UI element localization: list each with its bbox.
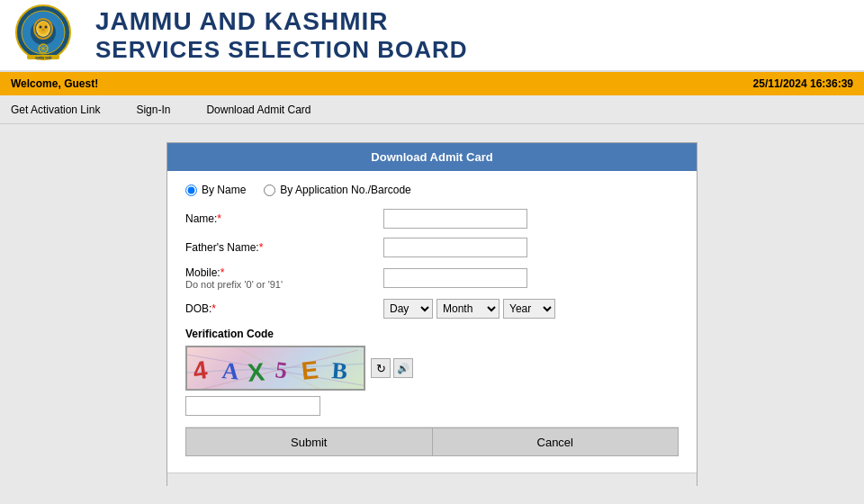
admit-card-form: Download Admit Card By Name By Applicati… <box>166 142 698 486</box>
refresh-icon: ↻ <box>376 362 386 375</box>
logo-container: सत्यमेव जयते <box>14 4 77 67</box>
father-name-input-container <box>383 238 679 257</box>
father-name-required: * <box>259 241 264 254</box>
datetime-display: 25/11/2024 16:36:39 <box>753 77 853 90</box>
radio-by-appno-label: By Application No./Barcode <box>280 184 410 196</box>
mobile-label: Mobile:* <box>185 266 383 279</box>
captcha-area: 4 A X 5 E B ↻ 🔊 <box>185 346 679 391</box>
welcome-text: Welcome, Guest! <box>11 77 98 90</box>
dob-required: * <box>212 302 216 315</box>
dob-field-row: DOB:* Day 12345 678910 1112131415 161718… <box>185 299 679 319</box>
svg-text:5: 5 <box>274 356 288 383</box>
father-name-input[interactable] <box>383 238 527 257</box>
svg-text:B: B <box>331 357 348 384</box>
form-buttons: Submit Cancel <box>185 427 679 456</box>
search-type-radios: By Name By Application No./Barcode <box>185 184 679 196</box>
svg-point-4 <box>38 22 49 34</box>
name-field-row: Name:* <box>185 209 679 229</box>
dob-label: DOB:* <box>185 302 383 315</box>
svg-text:E: E <box>300 356 320 385</box>
cancel-button[interactable]: Cancel <box>432 428 680 456</box>
name-input[interactable] <box>383 209 527 229</box>
mobile-sub-label: Do not prefix '0' or '91' <box>185 279 383 290</box>
svg-point-7 <box>45 26 48 29</box>
emblem-icon: सत्यमेव जयते <box>14 4 73 62</box>
welcome-bar: Welcome, Guest! 25/11/2024 16:36:39 <box>0 72 864 95</box>
form-bottom-strip <box>167 472 697 489</box>
captcha-input[interactable] <box>185 396 320 416</box>
father-name-field-row: Father's Name:* <box>185 238 679 257</box>
captcha-icons: ↻ 🔊 <box>371 358 413 378</box>
name-input-container <box>383 209 679 229</box>
svg-text:X: X <box>247 357 266 387</box>
father-name-label: Father's Name:* <box>185 241 383 254</box>
radio-by-name[interactable] <box>185 184 197 196</box>
name-required: * <box>217 212 221 225</box>
title-line2: SERVICES SELECTION BOARD <box>95 36 468 64</box>
page-header: सत्यमेव जयते JAMMU AND KASHMIR SERVICES … <box>0 0 864 72</box>
mobile-input-container <box>383 268 679 288</box>
verification-row: Verification Code 4 A X <box>185 328 679 416</box>
radio-by-name-label: By Name <box>202 184 246 196</box>
mobile-required: * <box>220 266 225 279</box>
svg-text:सत्यमेव जयते: सत्यमेव जयते <box>34 56 52 60</box>
verification-label: Verification Code <box>185 328 679 340</box>
dob-day-select[interactable]: Day 12345 678910 1112131415 1617181920 2… <box>383 299 433 319</box>
nav-get-activation-link[interactable]: Get Activation Link <box>11 104 100 116</box>
submit-button[interactable]: Submit <box>185 428 432 456</box>
captcha-svg: 4 A X 5 E B <box>187 346 364 391</box>
name-label: Name:* <box>185 212 383 225</box>
dob-month-select[interactable]: Month JanuaryFebruaryMarch AprilMayJune … <box>436 299 500 319</box>
mobile-input[interactable] <box>383 268 527 288</box>
form-title: Download Admit Card <box>167 143 697 171</box>
mobile-field-row: Mobile:* Do not prefix '0' or '91' <box>185 266 679 290</box>
title-line1: JAMMU AND KASHMIR <box>95 7 389 36</box>
mobile-label-container: Mobile:* Do not prefix '0' or '91' <box>185 266 383 290</box>
captcha-image: 4 A X 5 E B <box>185 346 365 391</box>
radio-by-name-option[interactable]: By Name <box>185 184 246 196</box>
svg-text:A: A <box>220 357 239 385</box>
main-content: Download Admit Card By Name By Applicati… <box>0 124 864 504</box>
audio-icon: 🔊 <box>397 363 410 374</box>
dob-year-select[interactable]: Year 1950195519601965 1970197519801985 1… <box>503 299 555 319</box>
svg-text:4: 4 <box>192 356 210 385</box>
radio-by-appno-option[interactable]: By Application No./Barcode <box>264 184 410 196</box>
nav-download-admit-card[interactable]: Download Admit Card <box>206 104 310 116</box>
svg-point-8 <box>41 29 45 32</box>
header-title: JAMMU AND KASHMIR SERVICES SELECTION BOA… <box>95 7 468 64</box>
form-body: By Name By Application No./Barcode Name:… <box>167 171 697 469</box>
nav-sign-in[interactable]: Sign-In <box>136 104 170 116</box>
nav-bar: Get Activation Link Sign-In Download Adm… <box>0 95 864 124</box>
dob-selects: Day 12345 678910 1112131415 1617181920 2… <box>383 299 679 319</box>
captcha-refresh-button[interactable]: ↻ <box>371 358 391 378</box>
svg-point-6 <box>40 26 42 29</box>
captcha-audio-button[interactable]: 🔊 <box>393 358 413 378</box>
radio-by-appno[interactable] <box>264 184 275 196</box>
